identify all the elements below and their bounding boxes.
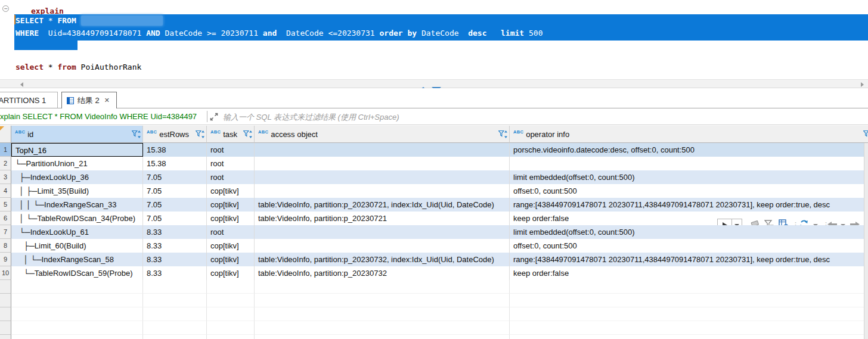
filter-sort-icon[interactable] — [863, 130, 868, 138]
grid-cell-estRows[interactable]: 8.33 — [143, 266, 207, 280]
grid-cell-access[interactable]: table:VideoInfo, partition:p_20230732 — [255, 266, 510, 280]
grid-cell-id[interactable]: │ └─TableRowIDScan_34(Probe) — [11, 212, 143, 225]
scroll-right-icon[interactable] — [861, 82, 864, 87]
grid-cell-estRows[interactable]: 7.05 — [143, 198, 207, 212]
column-header-id[interactable]: ABCid — [11, 126, 143, 143]
grid-cell-estRows[interactable]: 7.05 — [143, 212, 207, 225]
column-header-estRows[interactable]: ABCestRows — [143, 126, 207, 143]
grid-cell-op[interactable]: porsche.videoinfo.datecode:desc, offset:… — [510, 143, 868, 157]
grid-row-8[interactable]: 8 ├─Limit_60(Build)8.33cop[tikv]offset:0… — [0, 239, 868, 253]
grid-cell-task[interactable]: root — [207, 143, 255, 157]
grid-cell-id[interactable]: TopN_16 — [11, 143, 143, 157]
grid-empty-cell — [255, 280, 510, 294]
row-number[interactable]: 7 — [0, 225, 11, 239]
grid-row-9[interactable]: 9 │ └─IndexRangeScan_588.33cop[tikv]tabl… — [0, 253, 868, 266]
row-number[interactable]: 1 — [0, 143, 11, 157]
grid-row-10[interactable]: 10 └─TableRowIDScan_59(Probe)8.33cop[tik… — [0, 266, 868, 280]
grid-cell-estRows[interactable]: 8.33 — [143, 225, 207, 239]
grid-cell-op[interactable]: keep order:false — [510, 266, 868, 280]
grid-cell-access[interactable] — [255, 184, 510, 198]
grid-cell-id[interactable]: ├─Limit_60(Build) — [11, 239, 143, 253]
row-number[interactable]: 5 — [0, 198, 11, 212]
grid-cell-op[interactable]: keep order:false — [510, 212, 868, 225]
grid-row-5[interactable]: 5 │ │ └─IndexRangeScan_337.05cop[tikv]ta… — [0, 198, 868, 212]
string-type-icon: ABC — [147, 129, 157, 135]
grid-cell-id[interactable]: └─IndexLookUp_61 — [11, 225, 143, 239]
grid-cell-access[interactable] — [255, 157, 510, 170]
grid-cell-task[interactable]: cop[tikv] — [207, 239, 255, 253]
grid-cell-id[interactable]: │ │ └─IndexRangeScan_33 — [11, 198, 143, 212]
filter-input[interactable]: 输入一个 SQL 表达式来过滤结果 (使用 Ctrl+Space) — [223, 112, 640, 123]
grid-cell-access[interactable]: table:VideoInfo, partition:p_20230721, i… — [255, 198, 510, 212]
filter-sort-icon[interactable] — [132, 130, 141, 138]
filter-sort-icon[interactable] — [196, 130, 204, 138]
filter-sort-icon[interactable] — [498, 130, 507, 138]
grid-cell-task[interactable]: cop[tikv] — [207, 184, 255, 198]
filter-sort-icon[interactable] — [243, 130, 252, 138]
tab-results-label: 结果 2 — [78, 95, 100, 106]
grid-cell-access[interactable]: table:VideoInfo, partition:p_20230732, i… — [255, 253, 510, 266]
grid-cell-task[interactable]: root — [207, 225, 255, 239]
grid-cell-access[interactable] — [255, 225, 510, 239]
grid-cell-access[interactable]: table:VideoInfo, partition:p_20230721 — [255, 212, 510, 225]
row-number[interactable]: 2 — [0, 157, 11, 170]
grid-row-2[interactable]: 2└─PartitionUnion_2115.38root — [0, 157, 868, 170]
grid-cell-id[interactable]: └─PartitionUnion_21 — [11, 157, 143, 170]
column-header-task[interactable]: ABCtask — [207, 126, 255, 143]
column-header-access[interactable]: ABCaccess object — [255, 126, 510, 143]
grid-row-3[interactable]: 3 ├─IndexLookUp_367.05rootlimit embedded… — [0, 170, 868, 184]
grid-cell-task[interactable]: root — [207, 157, 255, 170]
sql-keyword: select — [16, 63, 44, 71]
grid-cell-op[interactable]: offset:0, count:500 — [510, 184, 868, 198]
expand-icon[interactable] — [210, 113, 218, 121]
grid-cell-access[interactable] — [255, 239, 510, 253]
grid-cell-op[interactable]: limit embedded(offset:0, count:500) — [510, 225, 868, 239]
tab-results-active[interactable]: 结果 2 ✕ — [61, 92, 117, 108]
grid-cell-access[interactable] — [255, 170, 510, 184]
column-header-op[interactable]: ABCoperator info — [510, 126, 868, 143]
code-fold-icon[interactable]: − — [2, 5, 9, 12]
grid-cell-estRows[interactable]: 8.33 — [143, 239, 207, 253]
column-header-label: operator info — [526, 130, 863, 139]
grid-cell-task[interactable]: cop[tikv] — [207, 253, 255, 266]
grid-corner-cell[interactable] — [0, 126, 11, 143]
grid-cell-task[interactable]: root — [207, 170, 255, 184]
close-icon[interactable]: ✕ — [104, 97, 110, 104]
row-number[interactable]: 10 — [0, 266, 11, 280]
grid-cell-id[interactable]: └─TableRowIDScan_59(Probe) — [11, 266, 143, 280]
sql-text — [76, 16, 81, 25]
grid-cell-op[interactable]: limit embedded(offset:0, count:500) — [510, 170, 868, 184]
row-number[interactable]: 3 — [0, 170, 11, 184]
grid-row-1[interactable]: 1TopN_1615.38rootporsche.videoinfo.datec… — [0, 143, 868, 157]
grid-cell-estRows[interactable]: 8.33 — [143, 253, 207, 266]
grid-row-4[interactable]: 4 │ ├─Limit_35(Build)7.05cop[tikv]offset… — [0, 184, 868, 198]
row-number[interactable]: 8 — [0, 239, 11, 253]
scroll-left-icon[interactable] — [20, 82, 23, 87]
row-number[interactable]: 4 — [0, 184, 11, 198]
grid-cell-task[interactable]: cop[tikv] — [207, 198, 255, 212]
grid-cell-op[interactable] — [510, 157, 868, 170]
tab-partitions-label: PARTITIONS 1 — [0, 96, 46, 105]
vertical-scrollbar[interactable] — [864, 143, 868, 339]
grid-empty-cell — [207, 335, 255, 339]
grid-cell-access[interactable] — [255, 143, 510, 157]
tab-partitions[interactable]: PARTITIONS 1 — [0, 92, 58, 108]
grid-row-6[interactable]: 6 │ └─TableRowIDScan_34(Probe)7.05cop[ti… — [0, 212, 868, 225]
grid-cell-id[interactable]: ├─IndexLookUp_36 — [11, 170, 143, 184]
grid-cell-id[interactable]: │ └─IndexRangeScan_58 — [11, 253, 143, 266]
grid-cell-estRows[interactable]: 15.38 — [143, 143, 207, 157]
grid-cell-estRows[interactable]: 7.05 — [143, 170, 207, 184]
grid-cell-estRows[interactable]: 15.38 — [143, 157, 207, 170]
row-number[interactable]: 9 — [0, 253, 11, 266]
grid-cell-task[interactable]: cop[tikv] — [207, 266, 255, 280]
grid-row-7[interactable]: 7 └─IndexLookUp_618.33rootlimit embedded… — [0, 225, 868, 239]
grid-cell-op[interactable]: offset:0, count:500 — [510, 239, 868, 253]
grid-cell-op[interactable]: range:[4384497091478071 20230711,4384497… — [510, 253, 868, 266]
sql-editor[interactable]: − explain SELECT * FROM WHERE Uid=438449… — [0, 0, 868, 79]
grid-cell-task[interactable]: cop[tikv] — [207, 212, 255, 225]
row-number[interactable]: 6 — [0, 212, 11, 225]
row-number — [0, 307, 11, 321]
grid-cell-op[interactable]: range:[4384497091478071 20230711,4384497… — [510, 198, 868, 212]
grid-cell-id[interactable]: │ ├─Limit_35(Build) — [11, 184, 143, 198]
grid-cell-estRows[interactable]: 7.05 — [143, 184, 207, 198]
